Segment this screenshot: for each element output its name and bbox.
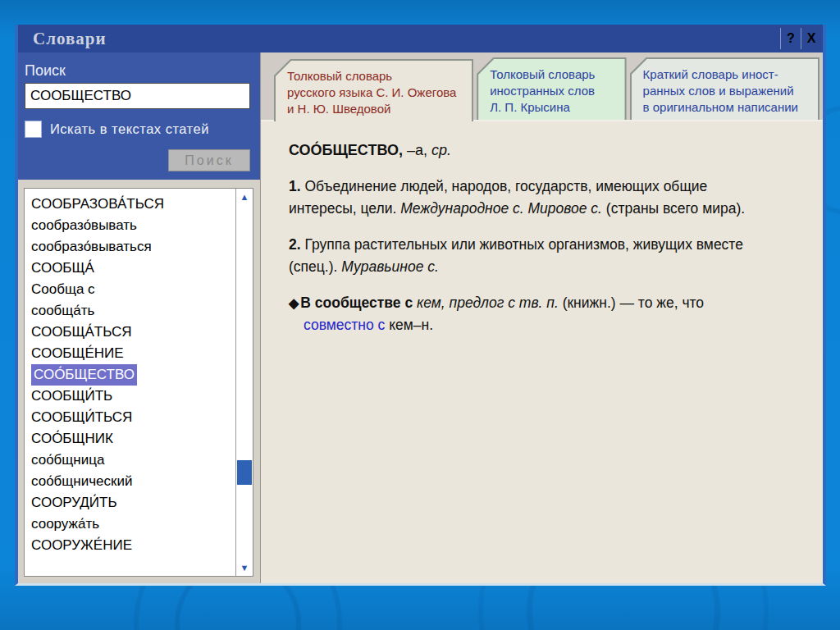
tab-foreign-words-dictionary[interactable]: Краткий словарь иност- ранных слов и выр… (630, 57, 819, 120)
article-headword: СОО́БЩЕСТВО, –а, ср. (289, 139, 774, 162)
article-sense-2: 2. Группа растительных или животных орга… (289, 234, 774, 278)
dictionary-tabs: Толковый словарь русского языка С. И. Ож… (261, 52, 823, 121)
tab-ozhegov-dictionary[interactable]: Толковый словарь русского языка С. И. Ож… (274, 59, 473, 121)
scrollbar-track[interactable] (236, 205, 253, 559)
help-button[interactable]: ? (780, 28, 801, 49)
headword-gender: ср. (431, 142, 451, 158)
list-item[interactable]: СООРУЖЕ́НИЕ (31, 535, 232, 556)
list-item[interactable]: Сообща с (31, 279, 232, 300)
wordlist-scrollbar[interactable]: ▲ ▼ (235, 189, 253, 576)
list-item[interactable]: СООРУДИ́ТЬ (31, 492, 232, 514)
list-item[interactable]: СООБЩИ́ТЬ (31, 386, 232, 407)
dictionary-window: Словари ? X Поиск Искать в текстах стате… (15, 25, 826, 586)
article-panel: Толковый словарь русского языка С. И. Ож… (261, 52, 823, 583)
list-item[interactable]: СОО́БЩНИК (31, 428, 232, 450)
article-sense-1: 1. Объединение людей, народов, государст… (289, 176, 774, 220)
left-panel: Поиск Искать в текстах статей Поиск СООБ… (18, 52, 261, 583)
list-item[interactable]: соо́бщнический (31, 471, 232, 492)
scrollbar-thumb[interactable] (237, 460, 252, 485)
wordlist-container: СООБРАЗОВА́ТЬСЯ сообразо́вывать сообразо… (18, 180, 260, 583)
tab-label: Краткий словарь иност- ранных слов и выр… (632, 59, 818, 120)
diamond-icon: ◆ (289, 296, 300, 310)
search-button[interactable]: Поиск (168, 149, 250, 171)
list-item[interactable]: СООБЩИ́ТЬСЯ (31, 407, 232, 428)
checkbox-label: Искать в текстах статей (50, 121, 209, 137)
search-panel: Поиск Искать в текстах статей Поиск (18, 52, 260, 180)
dictionary-article: СОО́БЩЕСТВО, –а, ср. 1. Объединение люде… (261, 121, 823, 583)
list-item[interactable]: СООБРАЗОВА́ТЬСЯ (31, 194, 232, 215)
window-title: Словари (33, 29, 780, 49)
wordlist-box: СООБРАЗОВА́ТЬСЯ сообразо́вывать сообразо… (24, 188, 253, 577)
list-item[interactable]: сообразо́вывать (31, 215, 232, 236)
title-bar: Словари ? X (18, 25, 823, 52)
search-input[interactable] (25, 83, 250, 109)
scroll-up-icon[interactable]: ▲ (236, 189, 253, 205)
cross-reference-link[interactable]: совместно с (304, 317, 385, 333)
tab-label: Толковый словарь иностранных слов Л. П. … (478, 59, 624, 120)
list-item[interactable]: СООБЩА́ТЬСЯ (31, 322, 232, 343)
article-idiom: ◆В сообществе с кем, предлог с тв. п. (к… (289, 292, 774, 336)
list-item[interactable]: СООБЩЕ́НИЕ (31, 343, 232, 364)
search-label: Поиск (25, 62, 250, 80)
wordlist: СООБРАЗОВА́ТЬСЯ сообразо́вывать сообразо… (25, 189, 235, 576)
scroll-down-icon[interactable]: ▼ (236, 559, 253, 576)
list-item[interactable]: СООБЩА́ (31, 258, 232, 279)
tab-label: Толковый словарь русского языка С. И. Ож… (276, 61, 472, 121)
list-item[interactable]: сообща́ть (31, 300, 232, 322)
search-in-articles-checkbox[interactable] (25, 121, 42, 138)
list-item[interactable]: сообразо́вываться (31, 236, 232, 258)
search-in-articles-row: Искать в текстах статей (25, 121, 250, 138)
headword-text: СОО́БЩЕСТВО, (289, 142, 403, 158)
headword-grammar: –а, (403, 142, 431, 158)
tab-krysin-dictionary[interactable]: Толковый словарь иностранных слов Л. П. … (477, 57, 626, 120)
list-item[interactable]: сооружа́ть (31, 514, 232, 535)
list-item-selected[interactable]: СОО́БЩЕСТВО (31, 364, 137, 386)
close-button[interactable]: X (801, 28, 821, 49)
list-item[interactable]: соо́бщница (31, 450, 232, 471)
